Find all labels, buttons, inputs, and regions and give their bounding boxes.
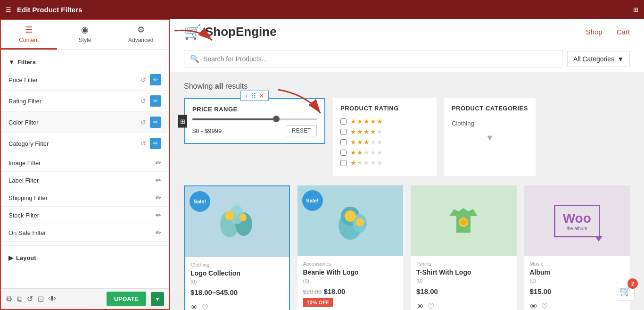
filter-item-price[interactable]: Price Filter ↺ ✏ [1, 69, 169, 91]
filter-item-stock[interactable]: Stock Filter ✏ [1, 207, 169, 224]
svg-point-4 [239, 214, 247, 221]
price-slider[interactable] [192, 118, 317, 120]
rating-row-2: ★★★★★ [340, 149, 429, 156]
rating-row-3: ★★★★★ [340, 138, 429, 146]
tabs-bar: ☰ Content ◉ Style ⚙ Advanced [1, 20, 169, 50]
style-tab-icon: ◉ [81, 25, 89, 35]
filter-actions-category: ↺ ✏ [140, 138, 161, 149]
product-image-3 [411, 185, 517, 256]
filter-actions-label: ✏ [156, 176, 161, 184]
filter-item-image[interactable]: Image Filter ✏ [1, 154, 169, 172]
rating-checkbox-1[interactable] [340, 160, 347, 166]
filter-actions-rating: ↺ ✏ [140, 95, 161, 107]
product-price-original-2: $20.00 [303, 288, 322, 295]
filter-item-shipping[interactable]: Shipping Filter ✏ [1, 189, 169, 207]
tab-advanced[interactable]: ⚙ Advanced [113, 20, 169, 50]
stars-5: ★★★★★ [350, 117, 383, 125]
layers-icon[interactable]: ⧉ [17, 295, 22, 303]
reset-icon-category[interactable]: ↺ [140, 140, 146, 147]
edit-icon-label[interactable]: ✏ [156, 176, 161, 184]
price-slider-thumb[interactable] [273, 116, 280, 122]
category-dropdown[interactable]: All Categories ▼ [567, 51, 630, 67]
update-button[interactable]: UPDATE [107, 292, 146, 306]
cart-section: 🛒 2 [616, 282, 635, 301]
view-icon-1[interactable]: 👁 [190, 303, 198, 310]
reset-icon-rating[interactable]: ↺ [140, 97, 146, 105]
view-icon-3[interactable]: 👁 [416, 302, 424, 310]
grid-icon[interactable]: ⊞ [633, 6, 638, 13]
search-icon: 🔍 [190, 54, 199, 63]
reset-icon-color[interactable]: ↺ [140, 118, 146, 126]
price-slider-fill [192, 118, 280, 120]
edit-icon-rating[interactable]: ✏ [150, 95, 161, 107]
filter-actions-image: ✏ [156, 159, 161, 167]
stars-1: ★★★★★ [350, 159, 383, 167]
edit-icon-onsale[interactable]: ✏ [156, 229, 161, 236]
rating-widget-title: PRODUCT RATING [340, 105, 429, 112]
page-title: Edit Product Filters [17, 6, 627, 14]
categories-expand-icon[interactable]: ▼ [486, 133, 494, 143]
edit-icon-color[interactable]: ✏ [150, 117, 161, 128]
filter-label-rating: Rating Filter [8, 98, 140, 105]
sale-badge-1: Sale! [190, 191, 210, 212]
nav-shop-link[interactable]: Shop [586, 28, 603, 36]
edit-icon-image[interactable]: ✏ [156, 159, 161, 167]
rating-checkbox-4[interactable] [340, 129, 347, 135]
filter-actions-onsale: ✏ [156, 229, 161, 236]
reset-icon-price[interactable]: ↺ [140, 76, 146, 84]
wishlist-icon-3[interactable]: ♡ [428, 302, 434, 310]
widget-close-icon[interactable]: ✕ [259, 92, 264, 100]
filter-item-color[interactable]: Color Filter ↺ ✏ [1, 112, 169, 133]
tab-style-label: Style [79, 37, 91, 43]
filter-item-label[interactable]: Label Filter ✏ [1, 172, 169, 189]
history-icon[interactable]: ↺ [27, 294, 33, 303]
rating-checkbox-3[interactable] [340, 139, 347, 145]
settings-icon[interactable]: ⚙ [6, 294, 12, 303]
category-item-clothing[interactable]: Clothing [452, 117, 528, 129]
product-category-2: Accessories [297, 256, 404, 268]
responsive-icon[interactable]: ⊡ [38, 294, 44, 303]
edit-icon-shipping[interactable]: ✏ [156, 194, 161, 201]
category-label: All Categories [573, 55, 614, 63]
product-card-2: Sale! Accessories Beanie With Logo (0) [297, 185, 404, 310]
cart-badge: 2 [627, 278, 638, 289]
filter-label-category: Category Filter [8, 140, 140, 147]
tab-content[interactable]: ☰ Content [1, 20, 57, 50]
rating-checkbox-2[interactable] [340, 150, 347, 156]
nav-cart-link[interactable]: Cart [617, 28, 630, 36]
wishlist-icon-1[interactable]: ♡ [202, 303, 208, 310]
search-input[interactable] [203, 55, 556, 63]
layout-section-label: Layout [16, 254, 36, 261]
categories-widget: PRODUCT CATEGORIES Clothing ▼ [444, 98, 536, 176]
price-reset-button[interactable]: RESET [286, 125, 317, 136]
price-range-title: PRICE RANGE [192, 106, 317, 113]
update-dropdown-button[interactable]: ▼ [151, 292, 164, 306]
tab-style[interactable]: ◉ Style [57, 20, 113, 50]
filter-item-category[interactable]: Category Filter ↺ ✏ [1, 133, 169, 154]
filter-item-rating[interactable]: Rating Filter ↺ ✏ [1, 91, 169, 112]
edit-icon-stock[interactable]: ✏ [156, 211, 161, 219]
filter-actions-stock: ✏ [156, 211, 161, 219]
rating-widget: PRODUCT RATING ★★★★★ ★★★★★ ★★★★★ [333, 98, 437, 176]
product-svg-1 [215, 201, 258, 243]
filter-item-onsale[interactable]: On Sale Filter ✏ [1, 224, 169, 242]
tab-advanced-label: Advanced [128, 37, 153, 43]
widget-plus-icon[interactable]: + [245, 92, 248, 100]
search-input-wrap: 🔍 [184, 50, 562, 67]
cart-icon-wrap[interactable]: 🛒 2 [616, 282, 635, 301]
preview-icon[interactable]: 👁 [49, 295, 56, 303]
edit-icon-category[interactable]: ✏ [150, 138, 161, 149]
woo-speech-bubble [595, 236, 603, 242]
rating-checkbox-5[interactable] [340, 118, 347, 125]
widget-side-handle[interactable]: ⊞ [178, 115, 187, 127]
view-icon-4[interactable]: 👁 [530, 302, 537, 310]
hamburger-icon[interactable]: ☰ [6, 6, 11, 13]
wishlist-icon-4[interactable]: ♡ [541, 302, 548, 310]
filters-section-header[interactable]: ▼ Filters [1, 55, 169, 69]
product-reviews-3: (0) [411, 277, 517, 285]
widget-drag-icon[interactable]: ⠿ [251, 92, 256, 100]
chevron-down-icon: ▼ [617, 55, 624, 63]
bottom-bar: ⚙ ⧉ ↺ ⊡ 👁 UPDATE ▼ [1, 288, 169, 309]
edit-icon-price[interactable]: ✏ [150, 74, 161, 85]
layout-section-header[interactable]: ▶ Layout [1, 250, 169, 266]
